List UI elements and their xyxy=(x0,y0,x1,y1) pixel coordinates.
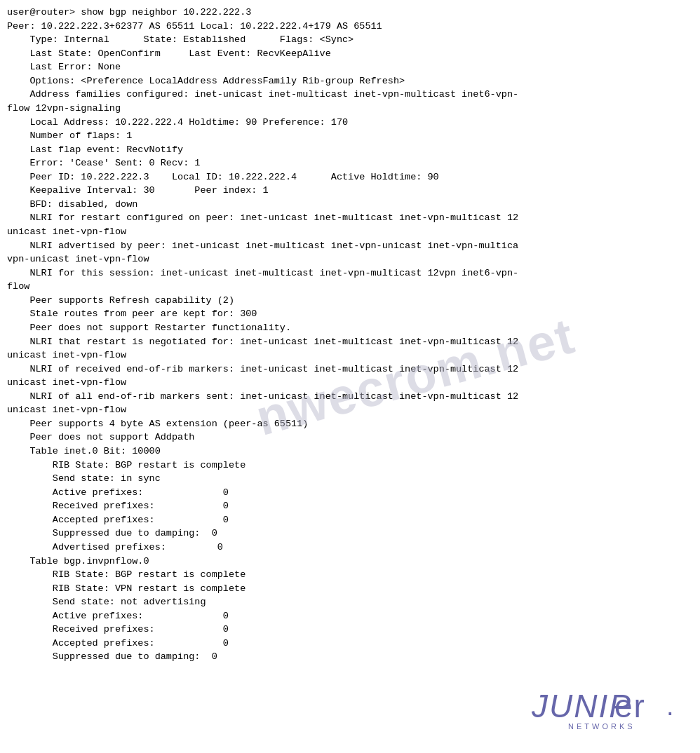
terminal-output: user@router> show bgp neighbor 10.222.22… xyxy=(7,6,693,664)
svg-text:er: er xyxy=(614,688,646,724)
juniper-logo: JUNIP er . NETWORKS xyxy=(532,684,686,735)
svg-text:.: . xyxy=(666,691,674,721)
svg-text:NETWORKS: NETWORKS xyxy=(568,722,635,731)
